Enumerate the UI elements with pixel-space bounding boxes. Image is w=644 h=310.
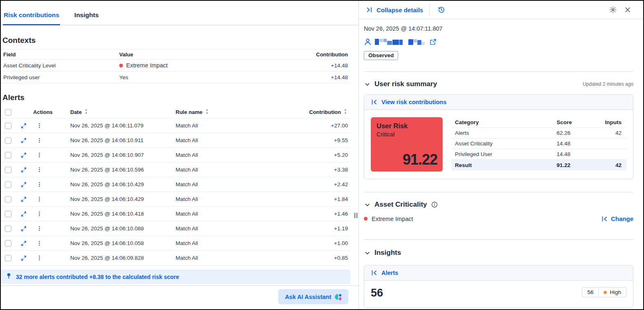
- row-checkbox[interactable]: [5, 225, 11, 232]
- expand-alert-icon[interactable]: [19, 136, 29, 145]
- tab-risk-contributions[interactable]: Risk contributions: [3, 9, 60, 25]
- risk-table-row: Privileged User14.48: [452, 149, 626, 160]
- alerts-col-rule-name[interactable]: Rule name: [176, 109, 297, 115]
- sort-icon[interactable]: [205, 109, 209, 115]
- expand-alert-icon[interactable]: [19, 150, 29, 160]
- collapse-details-button[interactable]: Collapse details: [366, 7, 423, 13]
- alerts-col-contribution[interactable]: Contribution: [297, 109, 350, 115]
- select-all-checkbox[interactable]: [5, 109, 11, 116]
- severity-dot-icon: [119, 64, 123, 67]
- row-checkbox[interactable]: [5, 255, 11, 261]
- user-icon: [364, 38, 372, 46]
- sort-icon[interactable]: [343, 109, 348, 115]
- external-link-icon[interactable]: [430, 38, 437, 45]
- alerts-table: Actions Date Rule name Contribution Nov …: [1, 106, 350, 265]
- more-actions-icon[interactable]: [34, 209, 44, 219]
- user-risk-summary-title: User risk summary: [374, 80, 437, 88]
- observed-badge: Observed: [364, 51, 398, 60]
- alert-date: Nov 26, 2025 @ 14:06:10.911: [70, 137, 176, 143]
- context-value: Extreme Impact: [117, 62, 289, 69]
- left-panel-footer: Ask AI Assistant: [1, 285, 359, 309]
- contexts-heading: Contexts: [2, 36, 350, 45]
- risk-inputs: 42: [598, 162, 626, 168]
- expand-alert-icon[interactable]: [19, 165, 29, 175]
- context-field: Asset Criticality Level: [1, 62, 117, 69]
- more-actions-icon[interactable]: [34, 150, 44, 160]
- row-checkbox[interactable]: [5, 137, 11, 144]
- risk-score: 14.48: [553, 151, 598, 157]
- close-icon[interactable]: [622, 4, 633, 16]
- row-checkbox[interactable]: [5, 196, 11, 203]
- alert-date: Nov 26, 2025 @ 14:06:10.058: [70, 240, 176, 246]
- alert-row: Nov 26, 2025 @ 14:06:10.429Match All+1.8…: [1, 192, 350, 207]
- alert-date: Nov 26, 2025 @ 14:06:10.088: [70, 225, 176, 232]
- chevron-down-icon[interactable]: [364, 202, 370, 208]
- expand-alert-icon[interactable]: [19, 224, 29, 234]
- expand-alert-icon[interactable]: [19, 253, 29, 263]
- more-actions-icon[interactable]: [34, 224, 44, 234]
- view-risk-contributions-link[interactable]: View risk contributions: [381, 99, 446, 105]
- row-checkbox[interactable]: [5, 181, 11, 188]
- user-identity-row[interactable]: [364, 38, 633, 46]
- alert-contribution: +1.46: [297, 211, 350, 217]
- expand-alert-icon[interactable]: [19, 180, 29, 190]
- alert-row: Nov 26, 2025 @ 14:06:10.907Match All+5.2…: [1, 148, 350, 163]
- insights-card-header: Alerts: [364, 265, 633, 281]
- alert-contribution: +1.19: [297, 225, 350, 232]
- gear-icon[interactable]: [607, 4, 619, 16]
- risk-flyout-window: Risk contributions Insights Contexts Fie…: [0, 0, 644, 310]
- alert-contribution: +5.20: [297, 152, 350, 158]
- severity-dot-icon: [364, 217, 368, 221]
- chevron-down-icon[interactable]: [364, 81, 370, 87]
- risk-card-body: User Risk Critical 91.22 Category Score …: [364, 110, 633, 179]
- expand-alert-icon[interactable]: [19, 121, 29, 131]
- insights-alerts-link[interactable]: Alerts: [381, 270, 398, 276]
- expand-alert-icon[interactable]: [19, 239, 29, 248]
- row-checkbox[interactable]: [5, 123, 11, 129]
- alerts-col-date[interactable]: Date: [70, 109, 176, 115]
- event-timestamp: Nov 26, 2025 @ 14:07:11.807: [364, 25, 633, 32]
- risk-score: 91.22: [553, 162, 598, 168]
- risk-category: Asset Criticality: [452, 141, 553, 147]
- panel-resize-handle[interactable]: [354, 212, 358, 219]
- row-checkbox[interactable]: [5, 152, 11, 158]
- history-icon[interactable]: [436, 4, 447, 16]
- row-checkbox[interactable]: [5, 211, 11, 217]
- score-card-value: 91.22: [403, 151, 437, 168]
- more-actions-icon[interactable]: [34, 253, 44, 263]
- expand-alert-icon[interactable]: [19, 209, 29, 219]
- more-actions-icon[interactable]: [34, 180, 44, 190]
- tab-insights[interactable]: Insights: [74, 9, 99, 25]
- expand-left-icon: [371, 270, 377, 276]
- chevron-down-icon[interactable]: [364, 250, 370, 256]
- row-checkbox[interactable]: [5, 167, 11, 173]
- more-actions-icon[interactable]: [34, 239, 44, 248]
- left-panel-tabs: Risk contributions Insights: [1, 1, 359, 25]
- risk-score: 14.48: [553, 141, 598, 147]
- risk-category: Privileged User: [452, 151, 553, 157]
- alert-rule-name: Match All: [176, 167, 297, 173]
- alert-row: Nov 26, 2025 @ 14:06:10.058Match All+1.0…: [1, 236, 350, 251]
- collapse-details-icon: [366, 7, 373, 13]
- alert-row: Nov 26, 2025 @ 14:06:10.088Match All+1.1…: [1, 221, 350, 236]
- alert-rule-name: Match All: [176, 123, 297, 129]
- more-actions-icon[interactable]: [34, 165, 44, 175]
- change-criticality-link[interactable]: Change: [601, 215, 633, 222]
- ask-ai-assistant-button[interactable]: Ask AI Assistant: [278, 289, 348, 304]
- alert-contribution: +0.85: [297, 255, 350, 261]
- insights-title: Insights: [374, 249, 401, 257]
- more-actions-icon[interactable]: [34, 121, 44, 131]
- info-icon[interactable]: [431, 201, 438, 208]
- sort-icon[interactable]: [84, 109, 89, 115]
- context-row: Privileged userYes+14.48: [1, 71, 350, 83]
- more-actions-icon[interactable]: [34, 136, 44, 145]
- contexts-table-header: Field Value Contribution: [1, 49, 350, 60]
- row-checkbox[interactable]: [5, 240, 11, 247]
- alert-rule-name: Match All: [176, 255, 297, 261]
- expand-alert-icon[interactable]: [19, 194, 29, 204]
- more-actions-icon[interactable]: [34, 194, 44, 204]
- alert-contribution: +27.00: [297, 123, 350, 129]
- risk-table-row: Result91.2242: [452, 160, 626, 170]
- insights-card-body: 56 56 High: [364, 281, 633, 308]
- redacted-username-2: [408, 39, 425, 45]
